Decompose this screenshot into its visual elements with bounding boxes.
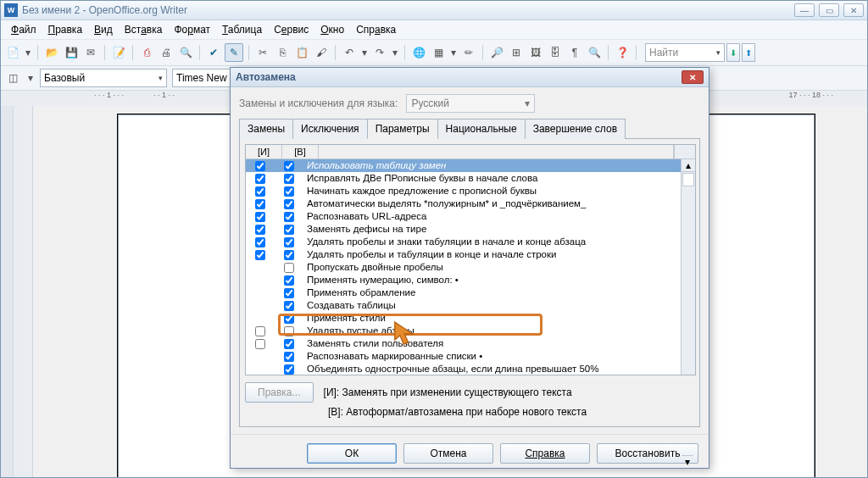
tab-replace[interactable]: Замены	[239, 119, 293, 139]
ok-button[interactable]: ОК	[307, 443, 397, 464]
zoom-icon[interactable]: 🔍	[586, 44, 603, 61]
option-check-t[interactable]	[275, 288, 303, 298]
option-check-m[interactable]	[246, 174, 275, 184]
option-check-m[interactable]	[246, 339, 275, 349]
open-icon[interactable]: 📂	[43, 44, 60, 61]
option-row[interactable]: Заменять стили пользователя	[246, 337, 681, 350]
option-row[interactable]: Удалять пробелы и табуляции в конце и на…	[246, 248, 681, 261]
option-row[interactable]: Удалять пустые абзацы	[246, 325, 681, 337]
option-check-t[interactable]	[275, 364, 303, 375]
paragraph-style-combo[interactable]: Базовый ▾	[40, 69, 167, 87]
option-check-m[interactable]	[246, 212, 275, 222]
menu-table[interactable]: Таблица	[217, 22, 267, 37]
option-check-t[interactable]	[275, 352, 303, 362]
minimize-button[interactable]: —	[794, 3, 815, 17]
help-button[interactable]: Справка	[500, 443, 590, 464]
pdf-icon[interactable]: ⎙	[138, 44, 155, 61]
table-icon[interactable]: ▦	[430, 44, 447, 61]
option-check-t[interactable]	[275, 174, 303, 184]
option-row[interactable]: Заменять дефисы на тире	[246, 223, 681, 236]
option-row[interactable]: Создавать таблицы	[246, 299, 681, 312]
option-check-t[interactable]	[275, 314, 303, 324]
options-list[interactable]: Использовать таблицу заменИсправлять ДВе…	[246, 159, 681, 375]
vertical-ruler[interactable]	[14, 106, 33, 477]
option-check-t[interactable]	[275, 186, 303, 197]
menu-insert[interactable]: Вставка	[120, 22, 168, 37]
cut-icon[interactable]: ✂	[254, 44, 271, 61]
menu-tools[interactable]: Сервис	[269, 22, 314, 37]
find-input[interactable]: Найти ▾	[645, 43, 725, 62]
new-dropdown-icon[interactable]: ▾	[24, 44, 32, 61]
option-check-t[interactable]	[275, 250, 303, 260]
redo-icon[interactable]: ↷	[371, 44, 388, 61]
dialog-titlebar[interactable]: Автозамена ✕	[231, 68, 709, 87]
new-icon[interactable]: 📄	[4, 44, 21, 61]
option-check-m[interactable]	[246, 326, 275, 336]
dialog-close-icon[interactable]: ✕	[682, 70, 704, 84]
option-check-t[interactable]	[275, 225, 303, 235]
datasources-icon[interactable]: 🗄	[547, 44, 564, 61]
tab-exceptions[interactable]: Исключения	[292, 119, 368, 139]
edit-button[interactable]: Правка...	[245, 382, 314, 403]
undo-dd-icon[interactable]: ▾	[360, 44, 369, 61]
option-check-t[interactable]	[275, 199, 303, 209]
undo-icon[interactable]: ↶	[341, 44, 358, 61]
show-draw-icon[interactable]: ✏	[460, 44, 477, 61]
option-row[interactable]: Использовать таблицу замен	[246, 159, 681, 172]
close-button[interactable]: ✕	[843, 3, 864, 17]
tab-localized[interactable]: Национальные	[437, 119, 526, 139]
option-check-m[interactable]	[246, 186, 275, 197]
find-prev-icon[interactable]: ⬆	[742, 43, 755, 62]
option-check-m[interactable]	[246, 199, 275, 209]
option-row[interactable]: Распознавать маркированные списки •	[246, 350, 681, 363]
option-check-t[interactable]	[275, 339, 303, 349]
paste-icon[interactable]: 📋	[293, 44, 310, 61]
menu-edit[interactable]: Правка	[43, 22, 88, 37]
email-icon[interactable]: ✉	[82, 44, 99, 61]
edit-file-icon[interactable]: 📝	[110, 44, 127, 61]
option-row[interactable]: Удалять пробелы и знаки табуляции в нача…	[246, 236, 681, 248]
find-icon[interactable]: 🔎	[488, 44, 505, 61]
option-check-m[interactable]	[246, 225, 275, 235]
styles-dd-icon[interactable]: ▾	[26, 69, 35, 86]
option-check-t[interactable]	[275, 326, 303, 336]
option-check-t[interactable]	[275, 263, 303, 273]
option-check-t[interactable]	[275, 237, 303, 247]
spellcheck-icon[interactable]: ✔	[205, 44, 222, 61]
option-check-t[interactable]	[275, 301, 303, 311]
menu-file[interactable]: Файл	[6, 22, 42, 37]
option-row[interactable]: Пропускать двойные пробелы	[246, 261, 681, 274]
option-check-t[interactable]	[275, 161, 303, 171]
gallery-icon[interactable]: 🖼	[527, 44, 544, 61]
menu-window[interactable]: Окно	[315, 22, 349, 37]
styles-icon[interactable]: ◫	[4, 69, 21, 86]
tab-options[interactable]: Параметры	[367, 119, 438, 139]
language-combo[interactable]: Русский ▾	[406, 94, 535, 113]
option-check-t[interactable]	[275, 275, 303, 286]
format-paint-icon[interactable]: 🖌	[313, 44, 330, 61]
option-row[interactable]: Применять стили	[246, 312, 681, 325]
maximize-button[interactable]: ▭	[819, 3, 839, 17]
autospell-icon[interactable]: ✎	[225, 43, 243, 62]
table-dd-icon[interactable]: ▾	[449, 44, 458, 61]
help-icon[interactable]: ❓	[614, 44, 631, 61]
menu-view[interactable]: Вид	[89, 22, 118, 37]
cancel-button[interactable]: Отмена	[403, 443, 493, 464]
copy-icon[interactable]: ⎘	[274, 44, 291, 61]
navigator-icon[interactable]: ⊞	[508, 44, 525, 61]
option-check-m[interactable]	[246, 237, 275, 247]
nonprint-icon[interactable]: ¶	[566, 44, 583, 61]
option-check-m[interactable]	[246, 161, 275, 171]
preview-icon[interactable]: 🔍	[177, 44, 194, 61]
option-row[interactable]: Автоматически выделять *полужирным* и _п…	[246, 197, 681, 210]
option-row[interactable]: Исправлять ДВе ПРописные буквы в начале …	[246, 172, 681, 185]
option-row[interactable]: Начинать каждое предложение с прописной …	[246, 185, 681, 197]
hyperlink-icon[interactable]: 🌐	[410, 44, 427, 61]
menu-format[interactable]: Формат	[169, 22, 215, 37]
option-check-m[interactable]	[246, 250, 275, 260]
option-row[interactable]: Распознавать URL-адреса	[246, 210, 681, 223]
option-row[interactable]: Применять обрамление	[246, 286, 681, 299]
option-row[interactable]: Объединять однострочные абзацы, если дли…	[246, 363, 681, 375]
option-row[interactable]: Применять нумерацию, символ: •	[246, 274, 681, 286]
options-scrollbar[interactable]: ▴ ▾	[681, 159, 695, 375]
